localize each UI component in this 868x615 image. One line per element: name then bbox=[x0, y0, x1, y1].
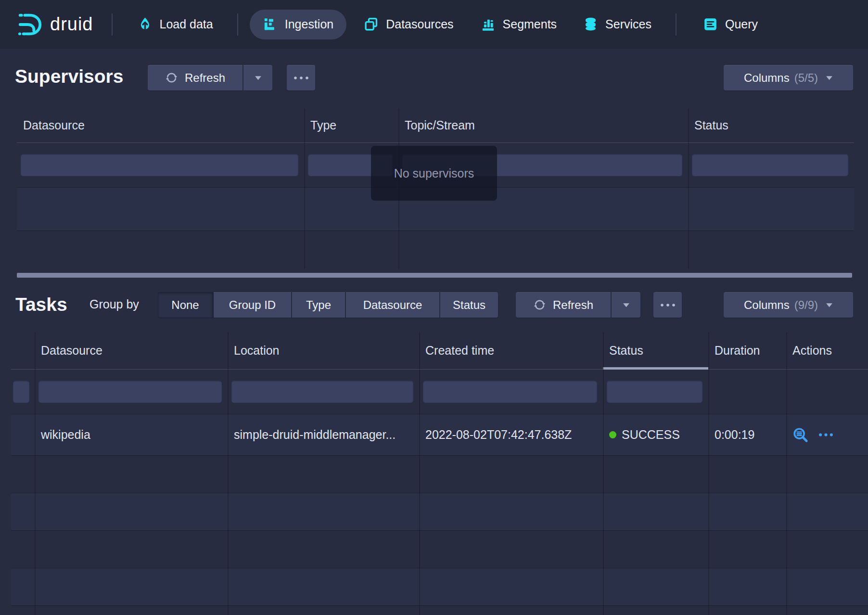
tasks-col-header-status[interactable]: Status bbox=[603, 332, 708, 369]
column-divider bbox=[688, 108, 689, 269]
tasks-col-header-datasource[interactable]: Datasource bbox=[35, 332, 228, 369]
supervisors-filter-status[interactable] bbox=[692, 154, 848, 176]
top-nav-bar: druid Load data Ingestion bbox=[0, 0, 868, 49]
column-divider bbox=[304, 108, 305, 269]
nav-item-load-data[interactable]: Load data bbox=[138, 17, 213, 32]
query-icon bbox=[703, 17, 718, 32]
tasks-columns-button[interactable]: Columns (9/9) bbox=[724, 292, 853, 318]
group-by-label: Group by bbox=[89, 297, 139, 311]
segments-icon bbox=[481, 17, 496, 32]
nav-item-datasources[interactable]: Datasources bbox=[364, 17, 453, 32]
tasks-empty-row bbox=[11, 493, 868, 530]
refresh-icon bbox=[533, 298, 546, 311]
chevron-down-icon bbox=[826, 303, 833, 308]
tasks-filter-status[interactable] bbox=[607, 381, 702, 403]
nav-divider bbox=[237, 13, 238, 36]
tasks-refresh-split-button: Refresh bbox=[516, 292, 640, 318]
supervisors-filter-datasource[interactable] bbox=[21, 154, 298, 176]
nav-label-services: Services bbox=[605, 17, 651, 31]
nav-item-services[interactable]: Services bbox=[583, 17, 651, 32]
tasks-filter-created-time[interactable] bbox=[423, 381, 597, 403]
nav-item-query[interactable]: Query bbox=[703, 17, 758, 32]
tasks-col-header-created-time[interactable]: Created time bbox=[419, 332, 603, 369]
task-duration-value: 0:00:19 bbox=[708, 428, 786, 442]
druid-logo[interactable]: druid bbox=[17, 12, 93, 38]
supervisors-col-header-type[interactable]: Type bbox=[304, 108, 398, 142]
tasks-refresh-button[interactable]: Refresh bbox=[516, 292, 611, 318]
supervisors-refresh-caret-button[interactable] bbox=[243, 65, 272, 90]
task-actions-cell bbox=[786, 427, 868, 443]
brand-name: druid bbox=[50, 14, 93, 35]
supervisors-title: Supervisors bbox=[15, 64, 123, 89]
supervisors-columns-button[interactable]: Columns (5/5) bbox=[724, 65, 853, 90]
group-by-type-button[interactable]: Type bbox=[292, 292, 346, 318]
supervisors-col-header-datasource[interactable]: Datasource bbox=[17, 108, 304, 142]
tasks-col-header-actions[interactable]: Actions bbox=[786, 332, 868, 369]
tasks-table: Datasource Location Created time Status … bbox=[11, 332, 868, 615]
column-divider bbox=[603, 332, 604, 615]
nav-divider bbox=[676, 13, 677, 36]
success-status-dot bbox=[609, 431, 616, 438]
tasks-filter-partial[interactable] bbox=[13, 381, 29, 403]
column-divider bbox=[35, 332, 36, 615]
tasks-empty-row bbox=[11, 530, 868, 568]
task-status-cell: SUCCESS bbox=[603, 428, 708, 442]
chevron-down-icon bbox=[255, 76, 262, 80]
column-divider bbox=[786, 332, 787, 615]
tasks-filter-datasource[interactable] bbox=[38, 381, 222, 403]
group-by-group-id-button[interactable]: Group ID bbox=[214, 292, 292, 318]
refresh-label: Refresh bbox=[185, 71, 225, 85]
column-divider bbox=[228, 332, 229, 615]
tasks-refresh-caret-button[interactable] bbox=[612, 292, 640, 318]
task-more-actions-icon[interactable] bbox=[818, 433, 834, 437]
ingestion-icon bbox=[263, 17, 278, 32]
upload-icon bbox=[138, 17, 153, 32]
more-dots-icon bbox=[294, 76, 309, 80]
tasks-col-header-blank bbox=[11, 332, 35, 369]
nav-item-segments[interactable]: Segments bbox=[481, 17, 557, 32]
task-created-time-value: 2022-08-02T07:42:47.638Z bbox=[419, 428, 603, 442]
task-status-value: SUCCESS bbox=[622, 428, 680, 442]
tasks-empty-row bbox=[11, 455, 868, 493]
status-sort-indicator bbox=[603, 367, 708, 370]
columns-count: (9/9) bbox=[794, 298, 818, 312]
task-location-value: simple-druid-middlemanager... bbox=[228, 428, 419, 442]
refresh-icon bbox=[165, 71, 178, 84]
group-by-none-button[interactable]: None bbox=[158, 292, 214, 318]
nav-label-query: Query bbox=[725, 17, 758, 31]
supervisors-refresh-button[interactable]: Refresh bbox=[148, 65, 243, 90]
nav-label-ingestion: Ingestion bbox=[285, 17, 333, 31]
group-by-status-button[interactable]: Status bbox=[440, 292, 498, 318]
tasks-title: Tasks bbox=[15, 292, 67, 317]
columns-label: Columns bbox=[744, 298, 790, 312]
table-row-wikipedia-task[interactable]: wikipedia simple-druid-middlemanager... … bbox=[11, 414, 868, 455]
tasks-filter-location[interactable] bbox=[231, 381, 413, 403]
nav-item-ingestion-active[interactable]: Ingestion bbox=[250, 10, 346, 39]
supervisors-refresh-split-button: Refresh bbox=[148, 65, 272, 90]
more-dots-icon bbox=[660, 303, 676, 307]
supervisors-col-header-status[interactable]: Status bbox=[688, 108, 854, 142]
no-supervisors-message: No supervisors bbox=[394, 167, 474, 180]
chevron-down-icon bbox=[826, 76, 833, 80]
column-divider bbox=[708, 332, 709, 615]
tasks-more-button[interactable] bbox=[653, 292, 682, 318]
refresh-label: Refresh bbox=[553, 298, 593, 312]
supervisors-more-button[interactable] bbox=[287, 65, 315, 90]
horizontal-scrollbar[interactable] bbox=[17, 273, 852, 278]
inspect-magnifier-icon[interactable] bbox=[792, 427, 809, 443]
services-icon bbox=[583, 17, 598, 32]
nav-label-load-data: Load data bbox=[160, 17, 213, 31]
tasks-col-header-duration[interactable]: Duration bbox=[708, 332, 786, 369]
tasks-col-header-location[interactable]: Location bbox=[228, 332, 419, 369]
columns-label: Columns bbox=[744, 71, 790, 85]
druid-logo-icon bbox=[17, 12, 43, 38]
supervisors-empty-row bbox=[17, 231, 854, 269]
chevron-down-icon bbox=[623, 303, 630, 308]
nav-divider bbox=[112, 13, 113, 36]
supervisors-col-header-topic-stream[interactable]: Topic/Stream bbox=[398, 108, 688, 142]
group-by-button-group: None Group ID Type Datasource Status bbox=[158, 292, 498, 318]
no-supervisors-overlay: No supervisors bbox=[371, 146, 497, 201]
column-divider bbox=[419, 332, 420, 615]
tasks-empty-row bbox=[11, 605, 868, 615]
group-by-datasource-button[interactable]: Datasource bbox=[346, 292, 440, 318]
